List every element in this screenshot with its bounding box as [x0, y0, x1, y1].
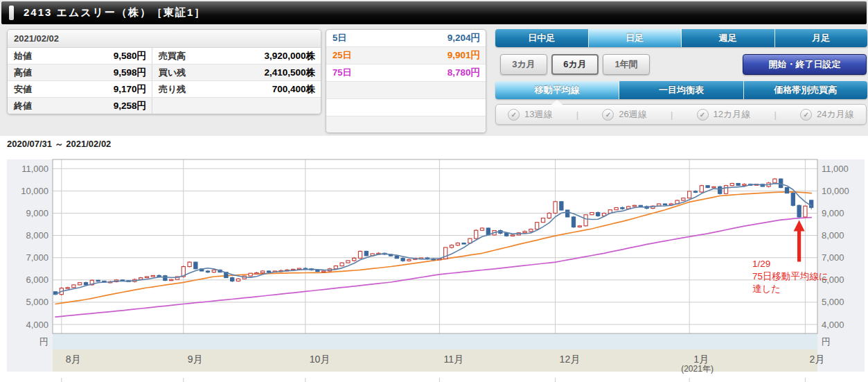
low-value: 9,170円	[32, 81, 152, 97]
ma-empty-row	[326, 99, 486, 116]
ma-option-bar: ✓ 13週線 | ✓ 26週線 | ✓ 12カ月線 | ✓ 24カ月線	[495, 104, 867, 125]
high-value: 9,598円	[32, 64, 152, 80]
ma25-value: 9,901円	[351, 47, 486, 64]
close-label: 終値	[8, 98, 32, 114]
volume-value: 3,920,000株	[186, 48, 321, 64]
tab-daily[interactable]: 日足	[589, 29, 682, 47]
svg-text:7,000: 7,000	[26, 252, 48, 263]
checkbox-13week-line[interactable]: ✓ 13週線	[508, 108, 552, 121]
top-section: 2413 エムスリー（株）［東証1］ 2021/02/02 始値9,580円 売…	[0, 0, 868, 136]
ma75-row: 75日 8,780円	[326, 64, 486, 82]
ma25-row: 25日 9,901円	[326, 47, 486, 64]
check-icon: ✓	[800, 109, 812, 121]
svg-text:75日移動平均線に: 75日移動平均線に	[752, 271, 829, 281]
svg-text:5,000: 5,000	[822, 297, 844, 307]
ma75-value: 8,780円	[351, 64, 486, 81]
checkbox-12month-line[interactable]: ✓ 12カ月線	[697, 108, 751, 121]
title-bar: 2413 エムスリー（株）［東証1］	[1, 1, 867, 24]
ma25-line	[55, 192, 811, 304]
margin-buy-value: 2,410,500株	[186, 64, 321, 80]
svg-text:10月: 10月	[310, 354, 330, 365]
quote-panel: 2021/02/02 始値9,580円 売買高3,920,000株 高値9,59…	[7, 29, 321, 114]
svg-text:9月: 9月	[188, 354, 203, 365]
tab-intraday[interactable]: 日中足	[495, 29, 589, 47]
title-accent-bar	[9, 6, 14, 20]
tab-volume-by-price[interactable]: 価格帯別売買高	[744, 81, 867, 99]
check-icon: ✓	[602, 109, 614, 121]
tab-moving-average[interactable]: 移動平均線	[495, 81, 619, 99]
page: 2413 エムスリー（株）［東証1］ 2021/02/02 始値9,580円 売…	[0, 0, 868, 382]
quote-row-high-buy: 高値9,598円 買い残2,410,500株	[8, 64, 321, 81]
high-label: 高値	[8, 64, 32, 80]
svg-text:円: 円	[39, 336, 48, 347]
annotation: 1/2975日移動平均線に達した	[752, 220, 829, 294]
svg-text:1/29: 1/29	[752, 259, 770, 269]
quote-row-close: 終値9,258円	[8, 98, 321, 114]
chart-range-label: 2020/07/31 ～ 2021/02/02	[7, 138, 111, 150]
ma-empty-row	[326, 116, 486, 133]
svg-text:4,000: 4,000	[26, 320, 48, 330]
svg-text:10,000: 10,000	[822, 186, 849, 196]
svg-text:2月: 2月	[809, 354, 824, 365]
checkbox-24month-line[interactable]: ✓ 24カ月線	[800, 108, 854, 121]
period-1y-button[interactable]: 1年間	[603, 54, 650, 75]
quote-row-low-sell: 安値9,170円 売り残700,400株	[8, 81, 321, 98]
svg-text:11,000: 11,000	[21, 164, 48, 174]
period-3m-button[interactable]: 3カ月	[500, 54, 547, 75]
ma5-row: 5日 9,204円	[326, 30, 486, 47]
tab-monthly[interactable]: 月足	[775, 29, 868, 47]
low-label: 安値	[8, 81, 32, 97]
svg-text:7,000: 7,000	[822, 252, 844, 263]
notch-pointer	[551, 100, 563, 105]
price-chart: 11,00011,00010,00010,0009,0009,0008,0008…	[0, 150, 868, 382]
separator: |	[576, 110, 578, 120]
svg-text:4,000: 4,000	[822, 320, 844, 330]
quote-row-open-volume: 始値9,580円 売買高3,920,000株	[8, 48, 321, 64]
svg-text:12月: 12月	[560, 354, 581, 365]
check-icon: ✓	[697, 109, 709, 121]
period-6m-button[interactable]: 6カ月	[551, 54, 599, 75]
volume-label: 売買高	[152, 48, 186, 64]
svg-text:11月: 11月	[443, 354, 463, 365]
ma-empty-row	[326, 82, 486, 99]
ma-values-panel: 5日 9,204円 25日 9,901円 75日 8,780円	[326, 29, 486, 133]
svg-text:5,000: 5,000	[26, 297, 48, 307]
checkbox-label: 24カ月線	[817, 108, 854, 121]
checkbox-label: 26週線	[619, 108, 646, 121]
margin-sell-value: 700,400株	[186, 81, 321, 97]
svg-text:8月: 8月	[66, 354, 81, 365]
indicator-tabs: 移動平均線 一目均衡表 価格帯別売買高	[495, 81, 867, 99]
open-label: 始値	[8, 48, 32, 64]
close-value: 9,258円	[32, 98, 152, 114]
margin-buy-label: 買い残	[152, 64, 186, 80]
page-title: 2413 エムスリー（株）［東証1］	[24, 6, 206, 19]
svg-text:(2021年): (2021年)	[681, 364, 714, 374]
margin-sell-label: 売り残	[152, 81, 186, 97]
check-icon: ✓	[508, 109, 520, 121]
svg-text:10,000: 10,000	[21, 186, 48, 196]
tab-weekly[interactable]: 週足	[682, 29, 775, 47]
svg-text:円: 円	[822, 336, 831, 347]
checkbox-label: 13週線	[524, 108, 552, 121]
ma25-label: 25日	[326, 47, 351, 64]
date-range-setting-button[interactable]: 開始・終了日設定	[743, 54, 867, 75]
ma5-value: 9,204円	[346, 30, 486, 46]
svg-text:8,000: 8,000	[822, 230, 844, 241]
svg-text:9,000: 9,000	[822, 208, 844, 218]
svg-text:8,000: 8,000	[26, 230, 48, 241]
svg-text:11,000: 11,000	[822, 164, 849, 174]
ma5-label: 5日	[326, 30, 346, 46]
separator: |	[671, 110, 673, 120]
separator: |	[774, 110, 777, 120]
interval-tabs: 日中足 日足 週足 月足	[495, 29, 867, 47]
quote-date: 2021/02/02	[8, 30, 321, 48]
ma75-label: 75日	[326, 64, 351, 81]
checkbox-label: 12カ月線	[714, 108, 751, 121]
svg-text:9,000: 9,000	[26, 208, 48, 218]
svg-text:達した: 達した	[752, 284, 781, 294]
checkbox-26week-line[interactable]: ✓ 26週線	[602, 108, 646, 121]
svg-text:6,000: 6,000	[26, 275, 48, 285]
tab-ichimoku[interactable]: 一目均衡表	[619, 81, 743, 99]
open-value: 9,580円	[32, 48, 152, 64]
